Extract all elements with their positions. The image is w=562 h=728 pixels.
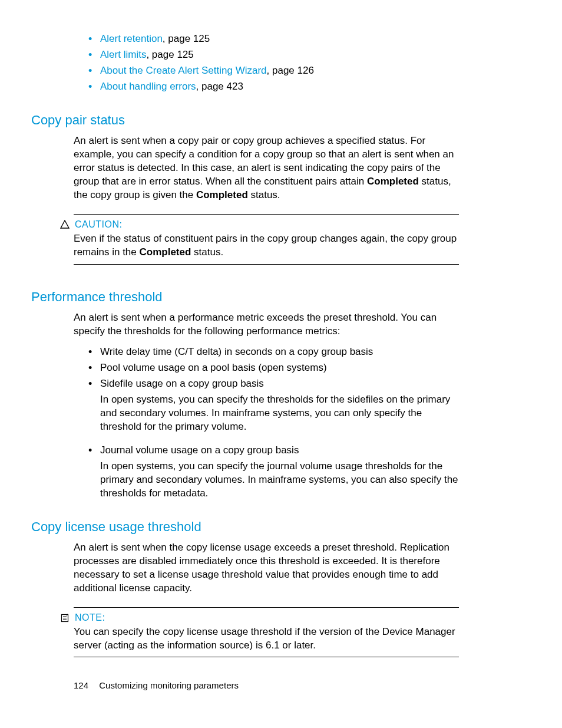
text: status. [248, 189, 280, 200]
heading-copy-pair-status: Copy pair status [31, 111, 459, 129]
page-footer: 124 Customizing monitoring parameters [74, 680, 239, 691]
list-item: Write delay time (C/T delta) in seconds … [88, 345, 459, 359]
divider [74, 657, 459, 657]
content-area: Alert retention, page 125 Alert limits, … [0, 32, 562, 657]
text: status. [191, 246, 223, 258]
text: Even if the status of constituent pairs … [74, 233, 457, 258]
divider [74, 214, 459, 215]
sub-paragraph: In open systems, you can specify the thr… [100, 393, 459, 434]
note-label: NOTE: [75, 611, 105, 624]
link-create-alert-setting-wizard[interactable]: About the Create Alert Setting Wizard [100, 65, 267, 76]
link-handling-errors[interactable]: About handling errors [100, 81, 196, 92]
list-item: About the Create Alert Setting Wizard, p… [88, 64, 459, 78]
divider [74, 264, 459, 265]
text: Journal volume usage on a copy group bas… [100, 444, 299, 456]
bold-text: Completed [140, 246, 191, 258]
admonition-body: Even if the status of constituent pairs … [74, 232, 459, 259]
caution-admonition: CAUTION: Even if the status of constitue… [74, 214, 459, 264]
cross-reference-list: Alert retention, page 125 Alert limits, … [74, 32, 459, 94]
page-ref: , page 126 [267, 65, 314, 76]
list-item: About handling errors, page 423 [88, 80, 459, 94]
list-item: Journal volume usage on a copy group bas… [88, 444, 459, 500]
sub-paragraph: In open systems, you can specify the jou… [100, 460, 459, 500]
divider [74, 607, 459, 608]
bold-text: Completed [367, 176, 419, 187]
page-ref: , page 125 [163, 33, 210, 44]
page-ref: , page 423 [196, 81, 243, 92]
note-admonition: NOTE: You can specify the copy license u… [74, 607, 459, 657]
footer-title: Customizing monitoring parameters [99, 680, 239, 690]
heading-performance-threshold: Performance threshold [31, 288, 459, 306]
note-icon [59, 613, 70, 622]
text: Pool volume usage on a pool basis (open … [100, 362, 327, 373]
admonition-header: CAUTION: [59, 218, 459, 231]
list-item: Alert limits, page 125 [88, 48, 459, 62]
admonition-body: You can specify the copy license usage t… [74, 625, 459, 653]
performance-metrics-list: Write delay time (C/T delta) in seconds … [74, 345, 459, 500]
caution-icon [59, 220, 70, 229]
link-alert-retention[interactable]: Alert retention [100, 33, 163, 44]
page: Alert retention, page 125 Alert limits, … [0, 0, 562, 728]
list-item: Alert retention, page 125 [88, 32, 459, 46]
page-number: 124 [74, 680, 88, 690]
paragraph: An alert is sent when the copy license u… [74, 541, 459, 595]
list-item: Pool volume usage on a pool basis (open … [88, 361, 459, 375]
paragraph: An alert is sent when a copy pair or cop… [74, 134, 459, 202]
bold-text: Completed [196, 189, 248, 200]
paragraph: An alert is sent when a performance metr… [74, 311, 459, 338]
link-alert-limits[interactable]: Alert limits [100, 49, 146, 60]
list-item: Sidefile usage on a copy group basis In … [88, 377, 459, 434]
page-ref: , page 125 [146, 49, 193, 60]
admonition-header: NOTE: [59, 611, 459, 624]
text: Sidefile usage on a copy group basis [100, 378, 264, 389]
text: Write delay time (C/T delta) in seconds … [100, 346, 373, 357]
caution-label: CAUTION: [75, 218, 122, 231]
heading-copy-license-usage-threshold: Copy license usage threshold [31, 518, 459, 536]
